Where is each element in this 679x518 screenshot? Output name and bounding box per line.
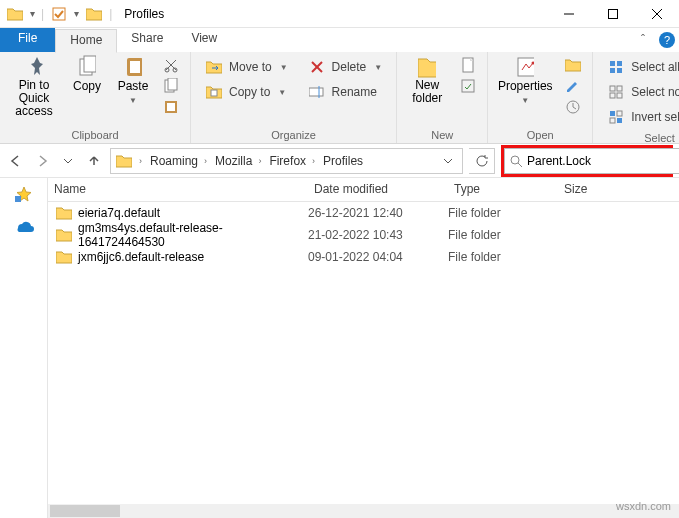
folder-icon xyxy=(56,250,72,264)
list-item[interactable]: gm3ms4ys.default-release-1641724464530 2… xyxy=(48,224,679,246)
rename-icon xyxy=(308,83,326,101)
delete-icon xyxy=(308,58,326,76)
folder-icon xyxy=(56,228,72,242)
crumb-mozilla[interactable]: Mozilla› xyxy=(213,154,265,168)
item-date: 21-02-2022 10:43 xyxy=(308,228,448,242)
tab-view[interactable]: View xyxy=(177,28,231,52)
column-name[interactable]: Name xyxy=(48,178,308,201)
qat-separator: | xyxy=(41,7,44,21)
new-folder-button[interactable]: New folder xyxy=(403,54,451,105)
paste-shortcut-icon[interactable] xyxy=(162,98,180,116)
svg-rect-27 xyxy=(610,68,615,73)
cut-icon[interactable] xyxy=(162,56,180,74)
pin-icon xyxy=(25,58,43,76)
crumb-sep-root[interactable]: › xyxy=(135,156,146,166)
svg-rect-32 xyxy=(617,93,622,98)
search-highlight: ✕ xyxy=(501,145,673,177)
svg-rect-18 xyxy=(309,88,323,96)
new-item-icon[interactable] xyxy=(459,56,477,74)
refresh-button[interactable] xyxy=(469,148,495,174)
recent-locations-button[interactable] xyxy=(58,151,78,171)
svg-rect-22 xyxy=(518,58,534,76)
ribbon-group-select: Select all Select none Invert selection … xyxy=(593,52,679,143)
forward-button[interactable] xyxy=(32,151,52,171)
help-button[interactable]: ? xyxy=(655,28,679,52)
select-all-label: Select all xyxy=(631,60,679,74)
paste-button[interactable]: Paste ▼ xyxy=(112,54,154,105)
copy-path-icon[interactable] xyxy=(162,77,180,95)
address-dropdown-icon[interactable] xyxy=(438,156,458,166)
svg-rect-29 xyxy=(610,86,615,91)
open-icon[interactable] xyxy=(564,56,582,74)
tab-share[interactable]: Share xyxy=(117,28,177,52)
item-date: 26-12-2021 12:40 xyxy=(308,206,448,220)
easy-access-icon[interactable] xyxy=(459,77,477,95)
checkbox-icon[interactable] xyxy=(50,5,68,23)
invert-selection-button[interactable]: Invert selection xyxy=(603,106,679,128)
pin-to-quick-access-button[interactable]: Pin to Quick access xyxy=(6,54,62,119)
close-button[interactable] xyxy=(635,0,679,28)
ribbon-tabs: File Home Share View ˆ ? xyxy=(0,28,679,52)
ribbon-group-open: Properties ▼ Open xyxy=(488,52,593,143)
maximize-button[interactable] xyxy=(591,0,635,28)
copy-to-button[interactable]: Copy to▼ xyxy=(201,81,292,103)
qat-dropdown-icon[interactable]: ▾ xyxy=(30,8,35,19)
select-all-button[interactable]: Select all xyxy=(603,56,679,78)
navigation-pane[interactable] xyxy=(0,178,48,518)
address-bar[interactable]: › Roaming› Mozilla› Firefox› Profiles xyxy=(110,148,463,174)
crumb-firefox[interactable]: Firefox› xyxy=(267,154,319,168)
copy-button[interactable]: Copy xyxy=(66,54,108,93)
item-type: File folder xyxy=(448,206,558,220)
up-button[interactable] xyxy=(84,151,104,171)
folder-icon xyxy=(6,5,24,23)
svg-rect-33 xyxy=(610,111,615,116)
tab-home[interactable]: Home xyxy=(55,29,117,53)
invert-label: Invert selection xyxy=(631,110,679,124)
delete-button[interactable]: Delete▼ xyxy=(304,56,387,78)
watermark: wsxdn.com xyxy=(616,500,671,512)
search-box[interactable]: ✕ xyxy=(504,148,679,174)
history-icon[interactable] xyxy=(564,98,582,116)
horizontal-scrollbar[interactable] xyxy=(48,504,679,518)
rename-label: Rename xyxy=(332,85,377,99)
move-to-button[interactable]: Move to▼ xyxy=(201,56,292,78)
item-type: File folder xyxy=(448,250,558,264)
crumb-profiles[interactable]: Profiles xyxy=(321,154,365,168)
select-none-button[interactable]: Select none xyxy=(603,81,679,103)
scrollbar-thumb[interactable] xyxy=(50,505,120,517)
svg-rect-35 xyxy=(610,118,615,123)
paste-icon xyxy=(124,58,142,76)
svg-rect-6 xyxy=(84,56,96,72)
column-type[interactable]: Type xyxy=(448,178,558,201)
clipboard-group-label: Clipboard xyxy=(6,127,184,143)
copy-label: Copy xyxy=(73,79,101,93)
address-folder-icon xyxy=(115,152,133,170)
new-folder-icon xyxy=(418,58,436,76)
title-bar: ▾ | ▾ | Profiles xyxy=(0,0,679,28)
svg-rect-2 xyxy=(609,9,618,18)
ribbon: Pin to Quick access Copy Paste ▼ Clipboa… xyxy=(0,52,679,144)
paste-label: Paste xyxy=(118,79,149,93)
properties-button[interactable]: Properties ▼ xyxy=(494,54,556,105)
svg-rect-15 xyxy=(211,90,217,96)
rename-button[interactable]: Rename xyxy=(304,81,387,103)
svg-rect-34 xyxy=(617,111,622,116)
crumb-roaming[interactable]: Roaming› xyxy=(148,154,211,168)
edit-icon[interactable] xyxy=(564,77,582,95)
column-size[interactable]: Size xyxy=(558,178,679,201)
file-list-pane: Name Date modified Type Size eieria7q.de… xyxy=(48,178,679,518)
onedrive-icon[interactable] xyxy=(14,218,34,232)
minimize-button[interactable] xyxy=(547,0,591,28)
back-button[interactable] xyxy=(6,151,26,171)
search-input[interactable] xyxy=(527,149,677,173)
item-date: 09-01-2022 04:04 xyxy=(308,250,448,264)
column-date[interactable]: Date modified xyxy=(308,178,448,201)
list-item[interactable]: jxm6jjc6.default-release 09-01-2022 04:0… xyxy=(48,246,679,268)
qat-dropdown2-icon[interactable]: ▾ xyxy=(74,8,79,19)
collapse-ribbon-button[interactable]: ˆ xyxy=(631,28,655,52)
item-name: jxm6jjc6.default-release xyxy=(78,250,204,264)
tab-file[interactable]: File xyxy=(0,28,55,52)
quick-access-star-icon[interactable] xyxy=(15,186,33,204)
svg-rect-26 xyxy=(617,61,622,66)
move-to-icon xyxy=(205,58,223,76)
